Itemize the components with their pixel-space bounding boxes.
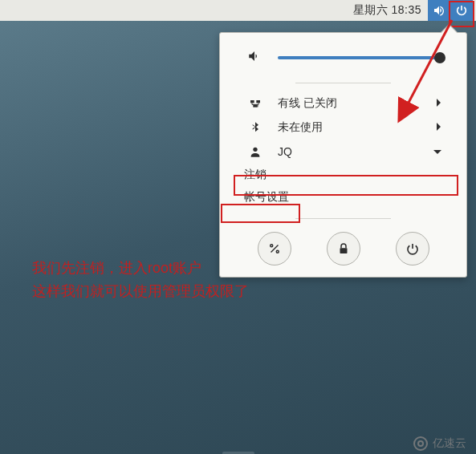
- submenu-label: 注销: [244, 168, 266, 182]
- system-menu-panel: × 有线 已关闭 未在使用 JQ 注销 帐号设置: [219, 32, 467, 278]
- speaker-icon: [247, 49, 262, 67]
- power-icon: [405, 241, 420, 256]
- datetime-label[interactable]: 星期六 18:35: [353, 3, 421, 18]
- svg-rect-0: [250, 100, 254, 103]
- volume-slider[interactable]: [278, 56, 442, 59]
- menu-item-label: 未在使用: [278, 120, 436, 135]
- watermark: 亿速云: [413, 436, 466, 451]
- menu-item-label: 有线 已关闭: [278, 96, 436, 111]
- bluetooth-icon: [247, 121, 263, 134]
- speaker-icon: [433, 4, 445, 17]
- svg-point-6: [276, 250, 279, 253]
- top-bar: 星期六 18:35: [0, 0, 476, 21]
- submenu-item-account-settings[interactable]: 帐号设置: [220, 186, 466, 209]
- svg-rect-1: [256, 100, 260, 103]
- separator: [295, 83, 391, 83]
- tools-icon: [267, 241, 282, 256]
- menu-item-wired[interactable]: × 有线 已关闭: [220, 91, 466, 116]
- instruction-line: 这样我们就可以使用管理员权限了: [32, 280, 249, 303]
- user-icon: [247, 145, 263, 158]
- separator: [295, 218, 391, 219]
- svg-text:×: ×: [256, 103, 258, 108]
- chevron-right-icon: [436, 97, 442, 110]
- svg-rect-7: [340, 248, 347, 253]
- chevron-down-icon: [433, 145, 442, 158]
- svg-point-5: [270, 245, 272, 247]
- watermark-icon: [413, 436, 428, 451]
- volume-slider-thumb[interactable]: [434, 52, 445, 63]
- annotation-instruction: 我们先注销，进入root账户 这样我们就可以使用管理员权限了: [32, 257, 249, 303]
- submenu-item-logout[interactable]: 注销: [220, 164, 466, 186]
- lock-button[interactable]: [327, 232, 360, 266]
- power-tray-icon[interactable]: [450, 0, 473, 21]
- power-button[interactable]: [396, 232, 429, 266]
- power-icon: [455, 4, 468, 17]
- chevron-right-icon: [436, 121, 442, 134]
- ethernet-icon: ×: [247, 97, 263, 110]
- menu-item-label: JQ: [278, 145, 433, 158]
- volume-tray-icon[interactable]: [428, 0, 450, 21]
- menu-item-bluetooth[interactable]: 未在使用: [220, 116, 466, 140]
- action-buttons-row: [220, 229, 466, 266]
- watermark-text: 亿速云: [433, 436, 466, 451]
- settings-button[interactable]: [258, 232, 291, 266]
- submenu-label: 帐号设置: [244, 190, 289, 205]
- lock-icon: [336, 241, 351, 256]
- volume-row[interactable]: [220, 46, 466, 70]
- svg-point-4: [253, 148, 257, 152]
- menu-item-user[interactable]: JQ: [220, 140, 466, 164]
- instruction-line: 我们先注销，进入root账户: [32, 257, 249, 280]
